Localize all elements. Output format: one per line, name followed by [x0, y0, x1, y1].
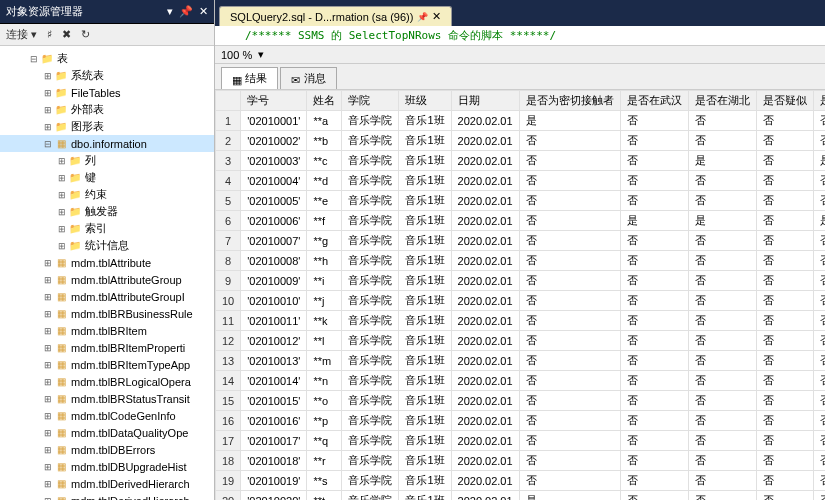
expand-icon[interactable]: ⊞	[56, 241, 68, 251]
cell[interactable]: 音乐1班	[399, 471, 451, 491]
cell[interactable]: 音乐1班	[399, 211, 451, 231]
cell[interactable]: 音乐1班	[399, 311, 451, 331]
table-row[interactable]: 12'02010012'**l音乐学院音乐1班2020.02.01否否否否否	[216, 331, 826, 351]
cell[interactable]: 否	[688, 251, 756, 271]
cell[interactable]: 否	[519, 411, 620, 431]
cell[interactable]: 否	[620, 311, 688, 331]
expand-icon[interactable]: ⊞	[42, 122, 54, 132]
cell[interactable]: '02010010'	[241, 291, 307, 311]
tree-node[interactable]: ⊞📁触发器	[0, 203, 214, 220]
cell[interactable]: 否	[519, 371, 620, 391]
row-number[interactable]: 4	[216, 171, 241, 191]
cell[interactable]: 否	[813, 411, 825, 431]
cell[interactable]: 否	[620, 291, 688, 311]
expand-icon[interactable]: ⊞	[42, 343, 54, 353]
column-header[interactable]	[216, 91, 241, 111]
table-row[interactable]: 6'02010006'**f音乐学院音乐1班2020.02.01否是是否是	[216, 211, 826, 231]
row-number[interactable]: 20	[216, 491, 241, 501]
results-grid[interactable]: 学号姓名学院班级日期是否为密切接触者是否在武汉是否在湖北是否疑似是否确诊1'02…	[215, 90, 825, 500]
tree-node[interactable]: ⊞▦mdm.tblBRItemTypeApp	[0, 356, 214, 373]
cell[interactable]: 音乐学院	[342, 451, 399, 471]
tree-node[interactable]: ⊞📁FileTables	[0, 84, 214, 101]
connect-button[interactable]: 连接 ▾	[6, 27, 37, 42]
tree-node[interactable]: ⊟▦dbo.information	[0, 135, 214, 152]
cell[interactable]: 否	[756, 291, 813, 311]
cell[interactable]: '02010019'	[241, 471, 307, 491]
cell[interactable]: 否	[519, 151, 620, 171]
cell[interactable]: '02010002'	[241, 131, 307, 151]
cell[interactable]: **p	[307, 411, 342, 431]
cell[interactable]: 否	[756, 431, 813, 451]
cell[interactable]: 否	[519, 471, 620, 491]
tree-node[interactable]: ⊞▦mdm.tblDerivedHierarch	[0, 492, 214, 500]
cell[interactable]: 否	[519, 431, 620, 451]
cell[interactable]: 否	[519, 291, 620, 311]
column-header[interactable]: 日期	[451, 91, 519, 111]
cell[interactable]: 否	[688, 231, 756, 251]
cell[interactable]: 音乐1班	[399, 191, 451, 211]
cell[interactable]: 否	[519, 271, 620, 291]
cell[interactable]: 否	[756, 451, 813, 471]
cell[interactable]: 否	[756, 311, 813, 331]
cell[interactable]: 否	[620, 351, 688, 371]
cell[interactable]: 否	[620, 451, 688, 471]
tree-node[interactable]: ⊞▦mdm.tblDerivedHierarch	[0, 475, 214, 492]
cell[interactable]: 否	[620, 331, 688, 351]
cell[interactable]: **l	[307, 331, 342, 351]
cell[interactable]: 2020.02.01	[451, 311, 519, 331]
cell[interactable]: 2020.02.01	[451, 411, 519, 431]
tree-node[interactable]: ⊞▦mdm.tblDBErrors	[0, 441, 214, 458]
expand-icon[interactable]: ⊞	[42, 445, 54, 455]
column-header[interactable]: 学号	[241, 91, 307, 111]
column-header[interactable]: 是否在湖北	[688, 91, 756, 111]
tree-node[interactable]: ⊞▦mdm.tblDBUpgradeHist	[0, 458, 214, 475]
close-icon[interactable]: ✕	[199, 5, 208, 18]
tree-node[interactable]: ⊞▦mdm.tblCodeGenInfo	[0, 407, 214, 424]
cell[interactable]: 否	[688, 111, 756, 131]
table-row[interactable]: 4'02010004'**d音乐学院音乐1班2020.02.01否否否否否	[216, 171, 826, 191]
cell[interactable]: 否	[620, 111, 688, 131]
row-number[interactable]: 19	[216, 471, 241, 491]
cell[interactable]: 否	[620, 271, 688, 291]
cell[interactable]: 否	[813, 131, 825, 151]
tab-close-icon[interactable]: ✕	[432, 10, 441, 23]
cell[interactable]: 2020.02.01	[451, 391, 519, 411]
cell[interactable]: 否	[813, 111, 825, 131]
cell[interactable]: **k	[307, 311, 342, 331]
cell[interactable]: 2020.02.01	[451, 471, 519, 491]
tree-node[interactable]: ⊞▦mdm.tblAttribute	[0, 254, 214, 271]
expand-icon[interactable]: ⊞	[42, 479, 54, 489]
pin-icon[interactable]: 📌	[179, 5, 193, 18]
cell[interactable]: 否	[813, 451, 825, 471]
cell[interactable]: 音乐学院	[342, 171, 399, 191]
cell[interactable]: 2020.02.01	[451, 331, 519, 351]
cell[interactable]: 否	[620, 191, 688, 211]
cell[interactable]: 否	[756, 131, 813, 151]
table-row[interactable]: 1'02010001'**a音乐学院音乐1班2020.02.01是否否否否	[216, 111, 826, 131]
cell[interactable]: 音乐1班	[399, 151, 451, 171]
cell[interactable]: **i	[307, 271, 342, 291]
cell[interactable]: 是	[620, 211, 688, 231]
cell[interactable]: 否	[688, 331, 756, 351]
expand-icon[interactable]: ⊞	[42, 88, 54, 98]
cell[interactable]: 否	[519, 311, 620, 331]
table-row[interactable]: 10'02010010'**j音乐学院音乐1班2020.02.01否否否否否	[216, 291, 826, 311]
cell[interactable]: '02010016'	[241, 411, 307, 431]
tree-node[interactable]: ⊞📁约束	[0, 186, 214, 203]
cell[interactable]: 否	[620, 171, 688, 191]
cell[interactable]: 否	[688, 471, 756, 491]
cell[interactable]: 2020.02.01	[451, 151, 519, 171]
cell[interactable]: 否	[813, 231, 825, 251]
filter-icon[interactable]: ♯	[47, 28, 52, 41]
table-row[interactable]: 20'02010020'**t音乐学院音乐1班2020.02.01是否否否否	[216, 491, 826, 501]
row-number[interactable]: 3	[216, 151, 241, 171]
cell[interactable]: 否	[688, 131, 756, 151]
expand-icon[interactable]: ⊞	[42, 377, 54, 387]
cell[interactable]: **j	[307, 291, 342, 311]
cell[interactable]: 否	[813, 351, 825, 371]
row-number[interactable]: 13	[216, 351, 241, 371]
tree-node[interactable]: ⊞▦mdm.tblBRItem	[0, 322, 214, 339]
cell[interactable]: 否	[519, 391, 620, 411]
table-row[interactable]: 7'02010007'**g音乐学院音乐1班2020.02.01否否否否否	[216, 231, 826, 251]
cell[interactable]: 否	[519, 191, 620, 211]
